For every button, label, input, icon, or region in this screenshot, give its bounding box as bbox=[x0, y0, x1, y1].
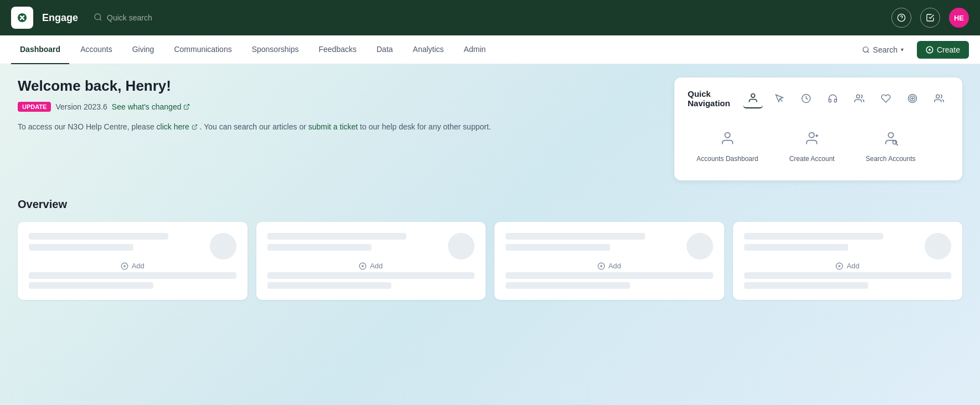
quick-search[interactable]: Quick search bbox=[94, 13, 883, 23]
overview-grid: Add bbox=[18, 222, 962, 300]
quick-nav-search-accounts[interactable]: Search Accounts bbox=[857, 120, 924, 169]
update-tag: UPDATE bbox=[18, 102, 51, 112]
plus-circle-icon-2 bbox=[359, 262, 367, 270]
quick-nav-items: Accounts Dashboard Create Account bbox=[688, 120, 949, 169]
welcome-section: Welcome back, Henry! UPDATE Version 2023… bbox=[18, 77, 962, 180]
help-button[interactable] bbox=[891, 8, 911, 28]
external-link-icon bbox=[183, 103, 190, 110]
welcome-left: Welcome back, Henry! UPDATE Version 2023… bbox=[18, 77, 661, 133]
update-badge: UPDATE Version 2023.6 See what's changed bbox=[18, 102, 190, 112]
chevron-down-icon: ▾ bbox=[901, 46, 904, 53]
nav-item-sponsorships[interactable]: Sponsorships bbox=[243, 35, 308, 64]
nav-item-communications[interactable]: Communications bbox=[165, 35, 240, 64]
nav-icon-team[interactable] bbox=[929, 89, 949, 108]
navbar: Dashboard Accounts Giving Communications… bbox=[0, 35, 980, 64]
nav-item-giving[interactable]: Giving bbox=[123, 35, 163, 64]
search-icon bbox=[862, 46, 870, 54]
plus-circle-icon bbox=[121, 262, 128, 270]
svg-point-3 bbox=[863, 46, 868, 51]
overview-card-1: Add bbox=[18, 222, 247, 300]
whats-changed-link[interactable]: See what's changed bbox=[112, 102, 190, 111]
quick-navigation: Quick Navigation bbox=[674, 77, 962, 180]
external-link-icon-2 bbox=[192, 124, 198, 130]
create-label: Create bbox=[937, 45, 960, 54]
overview-title: Overview bbox=[18, 198, 962, 211]
search-accounts-label: Search Accounts bbox=[865, 155, 915, 163]
help-text: To access our N3O Help Centre, please cl… bbox=[18, 121, 661, 133]
quick-search-label: Quick search bbox=[107, 13, 152, 22]
topbar-actions: HE bbox=[891, 8, 969, 28]
quick-nav-icon-tabs bbox=[743, 89, 949, 108]
nav-item-feedbacks[interactable]: Feedbacks bbox=[310, 35, 365, 64]
brand-name: Engage bbox=[42, 12, 78, 24]
topbar: Engage Quick search HE bbox=[0, 0, 980, 35]
help-centre-link[interactable]: click here bbox=[157, 121, 198, 133]
overview-card-2: Add bbox=[256, 222, 486, 300]
quick-nav-title: Quick Navigation bbox=[688, 89, 743, 108]
svg-point-16 bbox=[725, 133, 730, 138]
nav-icon-target[interactable] bbox=[902, 89, 922, 108]
quick-nav-create-account[interactable]: Create Account bbox=[780, 120, 843, 169]
overview-card-4: Add bbox=[733, 222, 963, 300]
nav-icon-cursor[interactable] bbox=[770, 89, 790, 108]
nav-icon-heart[interactable] bbox=[876, 89, 896, 108]
create-button[interactable]: Create bbox=[917, 41, 969, 59]
svg-point-13 bbox=[910, 96, 915, 101]
overview-card-3: Add bbox=[494, 222, 724, 300]
welcome-title: Welcome back, Henry! bbox=[18, 77, 661, 95]
nav-item-data[interactable]: Data bbox=[368, 35, 402, 64]
search-label: Search bbox=[873, 45, 898, 54]
quick-nav-header: Quick Navigation bbox=[688, 89, 949, 108]
svg-point-11 bbox=[857, 95, 860, 98]
svg-line-7 bbox=[186, 105, 189, 108]
plus-icon bbox=[926, 46, 933, 54]
quick-nav-accounts-dashboard[interactable]: Accounts Dashboard bbox=[688, 120, 767, 169]
nav-icon-headset[interactable] bbox=[823, 89, 843, 108]
overview-section: Overview Add bbox=[18, 198, 962, 300]
svg-point-0 bbox=[95, 14, 101, 20]
svg-point-15 bbox=[936, 95, 940, 98]
accounts-dashboard-label: Accounts Dashboard bbox=[697, 155, 758, 163]
nav-item-accounts[interactable]: Accounts bbox=[71, 35, 121, 64]
nav-icon-users[interactable] bbox=[849, 89, 869, 108]
plus-circle-icon-4 bbox=[835, 262, 843, 270]
main-content: Welcome back, Henry! UPDATE Version 2023… bbox=[0, 64, 980, 405]
create-account-label: Create Account bbox=[789, 155, 834, 163]
create-account-icon bbox=[800, 126, 824, 150]
user-avatar[interactable]: HE bbox=[949, 8, 969, 28]
add-button-4[interactable]: Add bbox=[831, 259, 864, 272]
nav-item-analytics[interactable]: Analytics bbox=[404, 35, 453, 64]
version-text: Version 2023.6 bbox=[55, 102, 107, 111]
accounts-dashboard-icon bbox=[715, 126, 740, 150]
nav-icon-person[interactable] bbox=[743, 89, 763, 108]
app-logo[interactable] bbox=[11, 7, 33, 29]
nav-item-admin[interactable]: Admin bbox=[455, 35, 495, 64]
submit-ticket-link[interactable]: submit a ticket bbox=[308, 121, 358, 133]
add-button-2[interactable]: Add bbox=[354, 259, 387, 272]
add-button-3[interactable]: Add bbox=[593, 259, 626, 272]
tasks-button[interactable] bbox=[920, 8, 940, 28]
svg-point-17 bbox=[809, 133, 814, 138]
svg-line-22 bbox=[896, 144, 898, 146]
svg-point-20 bbox=[888, 133, 893, 138]
svg-point-9 bbox=[751, 94, 755, 98]
nav-item-dashboard[interactable]: Dashboard bbox=[11, 35, 69, 64]
nav-search[interactable]: Search ▾ bbox=[855, 42, 910, 58]
svg-line-8 bbox=[194, 124, 197, 127]
search-icon bbox=[94, 13, 102, 23]
svg-point-14 bbox=[912, 98, 914, 100]
add-button-1[interactable]: Add bbox=[116, 259, 149, 272]
nav-icon-clock[interactable] bbox=[796, 89, 816, 108]
plus-circle-icon-3 bbox=[597, 262, 605, 270]
search-accounts-icon bbox=[879, 126, 903, 150]
